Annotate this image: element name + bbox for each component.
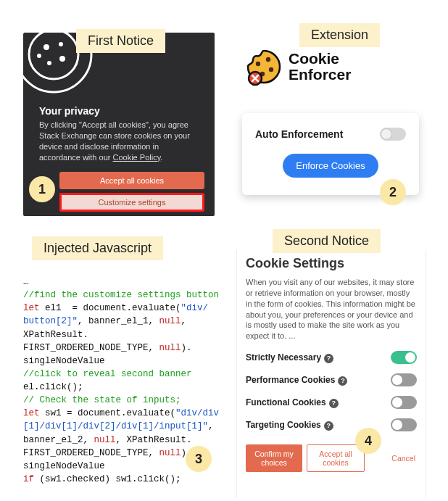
code-l3c: null xyxy=(159,316,181,326)
help-icon[interactable]: ? xyxy=(338,376,347,386)
code-l8: el.click(); xyxy=(23,382,83,392)
code-l3a: button[2]" xyxy=(23,316,78,326)
toggle-performance: Performance Cookies? xyxy=(246,373,417,386)
toggle-label: Functional Cookies xyxy=(246,397,326,407)
toggle-functional: Functional Cookies? xyxy=(246,396,417,409)
svg-point-1 xyxy=(29,33,78,79)
svg-point-6 xyxy=(37,54,41,58)
code-l10b: sw1 = document.evaluate( xyxy=(40,408,176,418)
tag-extension: Extension xyxy=(299,23,380,47)
step-badge-1: 1 xyxy=(29,176,55,202)
toggle-switch-strictly-necessary[interactable] xyxy=(391,351,417,364)
accept-all-cookies-button[interactable]: Accept all cookies xyxy=(307,444,365,472)
cookie-settings-desc: When you visit any of our websites, it m… xyxy=(246,277,417,341)
help-icon[interactable]: ? xyxy=(329,399,339,408)
enforce-cookies-button[interactable]: Enforce Cookies xyxy=(283,154,378,178)
code-l12b: null xyxy=(94,435,116,445)
code-l2c: "div/ xyxy=(181,303,209,313)
code-l3b: , banner_el_1, xyxy=(78,316,159,326)
code-l4: XPathResult. xyxy=(23,330,88,340)
code-l5c: ). xyxy=(181,343,192,353)
code-l0: … xyxy=(23,277,29,287)
extension-name: Cookie Enforcer xyxy=(289,51,351,83)
code-l10a: let xyxy=(23,408,40,418)
tag-first-notice: First Notice xyxy=(76,29,165,53)
code-l7: //click to reveal second banner xyxy=(23,369,192,379)
extension-logo: Cookie Enforcer xyxy=(242,46,431,87)
customize-highlight: Customize settings xyxy=(59,193,204,212)
code-l14: singleNodeValue xyxy=(23,461,105,471)
svg-point-10 xyxy=(269,67,273,72)
toggle-label: Performance Cookies xyxy=(246,375,335,385)
confirm-choices-button[interactable]: Confirm my choices xyxy=(246,444,302,472)
svg-point-2 xyxy=(43,44,49,50)
code-l13a: FIRST_ORDERED_NODE_TYPE, xyxy=(23,448,159,458)
cookie-settings-heading: Cookie Settings xyxy=(246,256,417,271)
help-icon[interactable]: ? xyxy=(324,421,333,431)
code-l11: [1]/div[1]/div[2]/div[1]/input[1]" xyxy=(23,421,208,431)
customize-settings-button[interactable]: Customize settings xyxy=(62,195,202,210)
step-badge-4: 4 xyxy=(355,428,381,454)
code-l12a: banner_el_2, xyxy=(23,435,94,445)
tag-injected-js: Injected Javascript xyxy=(32,236,163,260)
toggle-switch-performance[interactable] xyxy=(391,373,417,386)
extension-name-l1: Cookie xyxy=(289,51,351,67)
toggle-switch-functional[interactable] xyxy=(391,396,417,409)
code-l5b: null xyxy=(159,343,181,353)
privacy-body-post: . xyxy=(160,153,162,162)
code-l9: // Check the state of inputs; xyxy=(23,395,181,405)
code-l13b: null xyxy=(159,448,181,458)
toggle-switch-targeting[interactable] xyxy=(391,418,417,431)
privacy-title: Your privacy xyxy=(39,105,100,117)
step-badge-3: 3 xyxy=(186,446,212,472)
help-icon[interactable]: ? xyxy=(324,354,333,363)
cookie-enforcer-icon xyxy=(242,46,283,87)
code-l1: //find the customize settings button xyxy=(23,290,219,300)
auto-enforcement-label: Auto Enforcement xyxy=(255,128,343,140)
toggle-label: Strictly Necessary xyxy=(246,352,321,363)
step-badge-2: 2 xyxy=(380,179,406,205)
svg-point-5 xyxy=(47,61,51,65)
code-l15b: (sw1.checked) sw1.click(); xyxy=(34,474,181,484)
code-l2a: let xyxy=(23,303,40,313)
toggle-targeting: Targeting Cookies? xyxy=(246,418,417,431)
second-notice-panel: Cookie Settings When you visit any of ou… xyxy=(236,250,426,498)
toggle-label: Targeting Cookies xyxy=(246,420,321,430)
accept-all-button[interactable]: Accept all cookies xyxy=(59,172,204,189)
extension-name-l2: Enforcer xyxy=(289,67,351,83)
privacy-body: By clicking "Accept all cookies", you ag… xyxy=(39,120,199,162)
code-l3d: , xyxy=(181,316,187,326)
auto-enforcement-toggle[interactable] xyxy=(380,128,406,141)
cookie-policy-link[interactable]: Cookie Policy xyxy=(113,153,161,162)
svg-point-9 xyxy=(266,57,270,62)
code-l15a: if xyxy=(23,474,34,484)
code-l5a: FIRST_ORDERED_NODE_TYPE, xyxy=(23,343,159,353)
svg-point-4 xyxy=(59,56,65,62)
auto-enforcement-row: Auto Enforcement xyxy=(255,128,406,141)
cookie-settings-buttons: Confirm my choices Accept all cookies Ca… xyxy=(246,444,417,472)
code-l2b: el1 = document.evaluate( xyxy=(40,303,181,313)
code-l10c: "div/div xyxy=(175,408,219,418)
svg-point-8 xyxy=(256,62,260,66)
toggle-strictly-necessary: Strictly Necessary? xyxy=(246,351,417,364)
code-l6: singleNodeValue xyxy=(23,356,105,366)
svg-point-3 xyxy=(59,42,63,46)
tag-second-notice: Second Notice xyxy=(273,229,381,253)
extension-panel: Cookie Enforcer Auto Enforcement Enforce… xyxy=(242,44,431,195)
code-l12c: , XPathResult. xyxy=(116,435,192,445)
